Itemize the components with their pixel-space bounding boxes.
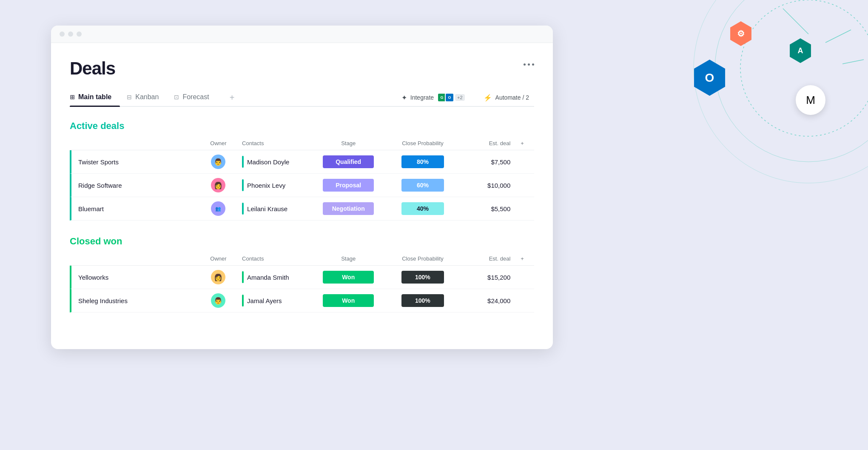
stage-badge-yelloworks: Won <box>323 271 374 284</box>
contact-bar-bluemart <box>242 203 244 215</box>
deal-stage-yelloworks[interactable]: Won <box>311 266 386 289</box>
avatar-twister: 👨 <box>211 155 225 169</box>
closed-won-section: Closed won Owner Contacts Stage Close Pr… <box>70 236 534 312</box>
svg-line-3 <box>783 9 808 34</box>
deal-name-twister[interactable]: Twister Sports <box>70 150 200 174</box>
deal-stage-bluemart[interactable]: Negotiation <box>311 197 386 221</box>
titlebar-dot-1 <box>60 32 65 37</box>
col-header-deal: Est. deal <box>460 137 515 150</box>
tab-kanban[interactable]: ⊟ Kanban <box>127 89 167 106</box>
col-won-header-deal: Est. deal <box>460 252 515 266</box>
col-header-stage: Stage <box>311 137 386 150</box>
col-header-add: + <box>515 137 534 150</box>
deal-stage-ridge[interactable]: Proposal <box>311 174 386 197</box>
contact-bar-twister <box>242 156 244 168</box>
deal-name-sheleg[interactable]: Sheleg Industries <box>70 289 200 312</box>
prob-badge-ridge: 60% <box>401 179 444 192</box>
more-menu-button[interactable] <box>524 63 534 66</box>
deal-name-yelloworks[interactable]: Yelloworks <box>70 266 200 289</box>
avatar-bluemart: 👥 <box>211 201 225 216</box>
deal-value-sheleg: $24,000 <box>460 289 515 312</box>
contact-name-sheleg: Jamal Ayers <box>247 297 282 304</box>
contact-name-bluemart: Leilani Krause <box>247 205 287 212</box>
integrate-icon: ✦ <box>401 94 407 102</box>
col-won-header-add: + <box>515 252 534 266</box>
more-dot-2 <box>528 63 530 66</box>
deal-stage-twister[interactable]: Qualified <box>311 150 386 174</box>
contact-name-twister: Madison Doyle <box>247 158 289 166</box>
deal-prob-yelloworks: 100% <box>386 266 460 289</box>
col-won-header-stage: Stage <box>311 252 386 266</box>
svg-line-4 <box>825 30 851 43</box>
prob-badge-bluemart: 40% <box>401 202 444 215</box>
active-deals-header: Active deals <box>70 120 534 132</box>
integrate-button[interactable]: ✦ Integrate G O +2 <box>396 90 470 105</box>
window-titlebar <box>51 26 553 43</box>
contact-bar-yelloworks <box>242 271 244 283</box>
stage-badge-bluemart: Negotiation <box>323 202 374 215</box>
svg-point-1 <box>715 0 868 162</box>
deal-prob-bluemart: 40% <box>386 197 460 221</box>
deal-add-twister[interactable] <box>515 150 534 174</box>
deal-value-bluemart: $5,500 <box>460 197 515 221</box>
deal-name-ridge[interactable]: Ridge Software <box>70 174 200 197</box>
tab-forecast[interactable]: ⊡ Forecast <box>174 89 217 106</box>
col-won-header-name <box>70 252 200 266</box>
window-content: Deals ⊞ Main table ⊟ Kanban ⊡ Forecast + <box>51 43 553 312</box>
integrate-label: Integrate <box>410 94 434 101</box>
deal-row-ridge: Ridge Software 👩 Phoenix Levy Proposal <box>70 174 534 197</box>
contact-name-ridge: Phoenix Levy <box>247 182 285 189</box>
deal-row-twister: Twister Sports 👨 Madison Doyle Qualified <box>70 150 534 174</box>
deal-stage-sheleg[interactable]: Won <box>311 289 386 312</box>
avatar-sheleg: 👨 <box>211 293 225 308</box>
deal-add-bluemart[interactable] <box>515 197 534 221</box>
closed-won-header-row: Owner Contacts Stage Close Probability E… <box>70 252 534 266</box>
more-dot-1 <box>524 63 526 66</box>
prob-badge-yelloworks: 100% <box>401 271 444 284</box>
col-header-prob: Close Probability <box>386 137 460 150</box>
forecast-icon: ⊡ <box>174 94 179 100</box>
deal-add-ridge[interactable] <box>515 174 534 197</box>
deal-contact-yelloworks: Amanda Smith <box>237 266 311 289</box>
tab-add-button[interactable]: + <box>225 89 240 106</box>
automate-button[interactable]: ⚡ Automate / 2 <box>478 91 534 104</box>
deal-add-sheleg[interactable] <box>515 289 534 312</box>
automate-label: Automate / 2 <box>495 94 529 101</box>
col-won-header-contacts: Contacts <box>237 252 311 266</box>
hubspot-icon: ⚙ <box>729 21 753 46</box>
deal-contact-twister: Madison Doyle <box>237 150 311 174</box>
tab-main-table[interactable]: ⊞ Main table <box>70 89 120 106</box>
col-won-header-owner: Owner <box>200 252 237 266</box>
titlebar-dot-2 <box>68 32 73 37</box>
deal-owner-ridge: 👩 <box>200 174 237 197</box>
closed-won-title: Closed won <box>70 236 122 247</box>
stage-badge-twister: Qualified <box>323 155 374 168</box>
col-header-contacts: Contacts <box>237 137 311 150</box>
svg-point-2 <box>694 0 868 183</box>
automate-icon: ⚡ <box>484 94 492 102</box>
col-won-header-prob: Close Probability <box>386 252 460 266</box>
contact-bar-ridge <box>242 179 244 191</box>
kanban-icon: ⊟ <box>127 94 132 100</box>
active-deals-table: Owner Contacts Stage Close Probability E… <box>70 137 534 221</box>
active-deals-section: Active deals Owner Contacts Stage Close … <box>70 120 534 221</box>
tab-actions: ✦ Integrate G O +2 ⚡ Automat <box>396 90 534 105</box>
deal-owner-yelloworks: 👩 <box>200 266 237 289</box>
col-header-owner: Owner <box>200 137 237 150</box>
avatar-ridge: 👩 <box>211 178 225 192</box>
tab-forecast-label: Forecast <box>182 93 209 101</box>
more-dot-3 <box>532 63 534 66</box>
deal-add-yelloworks[interactable] <box>515 266 534 289</box>
deal-name-bluemart[interactable]: Bluemart <box>70 197 200 221</box>
outlook-icon: O <box>692 60 728 96</box>
page-title: Deals <box>70 58 115 79</box>
svg-line-5 <box>842 60 864 64</box>
deal-row-sheleg: Sheleg Industries 👨 Jamal Ayers Won <box>70 289 534 312</box>
active-deals-title: Active deals <box>70 120 124 132</box>
int-badge: +2 <box>455 94 465 101</box>
deal-owner-twister: 👨 <box>200 150 237 174</box>
titlebar-dot-3 <box>77 32 82 37</box>
page-header: Deals <box>70 58 534 79</box>
stage-badge-ridge: Proposal <box>323 179 374 192</box>
deal-row-yelloworks: Yelloworks 👩 Amanda Smith Won <box>70 266 534 289</box>
